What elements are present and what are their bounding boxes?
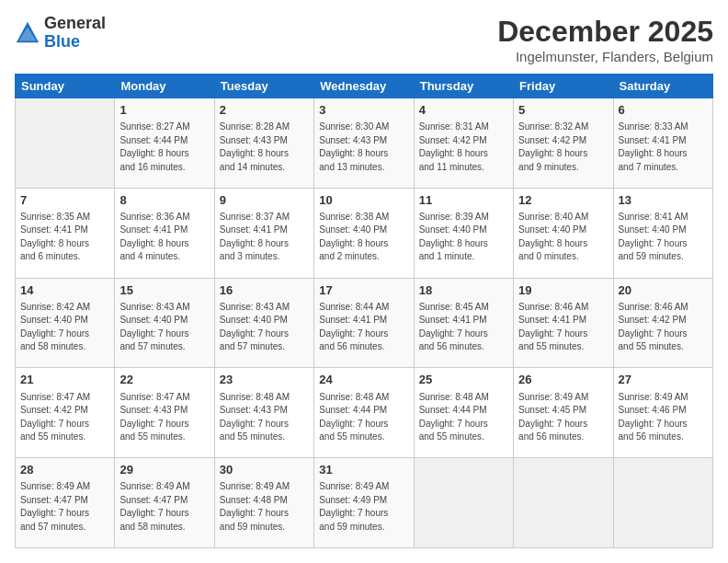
logo-icon [15, 20, 40, 46]
day-info: Sunrise: 8:49 AMSunset: 4:47 PMDaylight:… [119, 480, 209, 534]
day-info: Sunrise: 8:33 AMSunset: 4:41 PMDaylight:… [619, 121, 708, 174]
day-info: Sunrise: 8:36 AMSunset: 4:41 PMDaylight:… [119, 211, 209, 264]
day-info: Sunrise: 8:27 AMSunset: 4:44 PMDaylight:… [119, 121, 209, 174]
calendar-cell: 14Sunrise: 8:42 AMSunset: 4:40 PMDayligh… [16, 278, 115, 368]
day-number: 24 [319, 372, 408, 388]
day-info: Sunrise: 8:41 AMSunset: 4:40 PMDaylight:… [619, 211, 708, 264]
calendar-table: SundayMondayTuesdayWednesdayThursdayFrid… [15, 74, 713, 548]
day-info: Sunrise: 8:30 AMSunset: 4:43 PMDaylight:… [319, 121, 408, 174]
calendar-header: SundayMondayTuesdayWednesdayThursdayFrid… [16, 75, 713, 98]
weekday-header-row: SundayMondayTuesdayWednesdayThursdayFrid… [16, 75, 713, 98]
calendar-cell: 13Sunrise: 8:41 AMSunset: 4:40 PMDayligh… [613, 188, 712, 278]
weekday-header-sunday: Sunday [16, 75, 115, 98]
calendar-cell: 27Sunrise: 8:49 AMSunset: 4:46 PMDayligh… [613, 368, 712, 458]
day-number: 19 [518, 282, 608, 299]
calendar-cell: 15Sunrise: 8:43 AMSunset: 4:40 PMDayligh… [115, 278, 214, 368]
day-info: Sunrise: 8:32 AMSunset: 4:42 PMDaylight:… [518, 121, 608, 174]
calendar-cell: 12Sunrise: 8:40 AMSunset: 4:40 PMDayligh… [514, 188, 613, 278]
calendar-cell: 21Sunrise: 8:47 AMSunset: 4:42 PMDayligh… [16, 368, 115, 458]
day-number: 29 [119, 462, 209, 478]
day-info: Sunrise: 8:49 AMSunset: 4:47 PMDaylight:… [20, 480, 109, 534]
calendar-cell: 7Sunrise: 8:35 AMSunset: 4:41 PMDaylight… [16, 188, 115, 278]
day-info: Sunrise: 8:39 AMSunset: 4:40 PMDaylight:… [419, 211, 508, 264]
calendar-cell: 26Sunrise: 8:49 AMSunset: 4:45 PMDayligh… [514, 368, 613, 458]
day-info: Sunrise: 8:35 AMSunset: 4:41 PMDaylight:… [20, 211, 109, 264]
calendar-cell [16, 98, 115, 189]
day-info: Sunrise: 8:38 AMSunset: 4:40 PMDaylight:… [319, 211, 408, 264]
day-info: Sunrise: 8:45 AMSunset: 4:41 PMDaylight:… [419, 301, 508, 354]
calendar-cell: 28Sunrise: 8:49 AMSunset: 4:47 PMDayligh… [16, 458, 115, 548]
day-info: Sunrise: 8:44 AMSunset: 4:41 PMDaylight:… [319, 301, 408, 354]
calendar-cell [414, 458, 513, 548]
day-info: Sunrise: 8:31 AMSunset: 4:42 PMDaylight:… [419, 121, 508, 174]
logo-text-block: General Blue [44, 15, 106, 52]
calendar-cell: 22Sunrise: 8:47 AMSunset: 4:43 PMDayligh… [115, 368, 214, 458]
day-info: Sunrise: 8:40 AMSunset: 4:40 PMDaylight:… [518, 211, 608, 264]
calendar-cell: 4Sunrise: 8:31 AMSunset: 4:42 PMDaylight… [414, 98, 513, 189]
day-info: Sunrise: 8:49 AMSunset: 4:45 PMDaylight:… [518, 391, 608, 444]
calendar-cell: 29Sunrise: 8:49 AMSunset: 4:47 PMDayligh… [115, 458, 214, 548]
day-number: 4 [419, 102, 508, 119]
calendar-cell: 1Sunrise: 8:27 AMSunset: 4:44 PMDaylight… [115, 98, 214, 189]
weekday-header-friday: Friday [514, 75, 613, 98]
calendar-body: 1Sunrise: 8:27 AMSunset: 4:44 PMDaylight… [16, 98, 713, 548]
logo-blue: Blue [44, 33, 106, 52]
page: General Blue December 2025 Ingelmunster,… [0, 0, 728, 563]
day-info: Sunrise: 8:42 AMSunset: 4:40 PMDaylight:… [20, 301, 109, 354]
calendar-cell: 17Sunrise: 8:44 AMSunset: 4:41 PMDayligh… [314, 278, 414, 368]
day-number: 15 [119, 282, 209, 299]
day-number: 11 [419, 192, 508, 209]
weekday-header-wednesday: Wednesday [314, 75, 414, 98]
day-number: 1 [119, 102, 209, 119]
calendar-cell: 6Sunrise: 8:33 AMSunset: 4:41 PMDaylight… [613, 98, 712, 189]
day-number: 23 [220, 372, 309, 388]
day-info: Sunrise: 8:49 AMSunset: 4:49 PMDaylight:… [319, 480, 408, 534]
day-number: 12 [518, 192, 608, 209]
calendar-cell: 5Sunrise: 8:32 AMSunset: 4:42 PMDaylight… [514, 98, 613, 189]
day-number: 25 [419, 372, 508, 388]
day-number: 31 [319, 462, 408, 478]
day-number: 21 [20, 372, 109, 388]
day-number: 9 [220, 192, 309, 209]
day-info: Sunrise: 8:49 AMSunset: 4:46 PMDaylight:… [619, 391, 708, 444]
calendar-week-row: 28Sunrise: 8:49 AMSunset: 4:47 PMDayligh… [16, 458, 713, 548]
calendar-cell: 8Sunrise: 8:36 AMSunset: 4:41 PMDaylight… [115, 188, 214, 278]
day-number: 27 [619, 372, 708, 388]
day-info: Sunrise: 8:43 AMSunset: 4:40 PMDaylight:… [220, 301, 309, 354]
header: General Blue December 2025 Ingelmunster,… [15, 15, 713, 64]
calendar-cell [613, 458, 712, 548]
calendar-cell: 9Sunrise: 8:37 AMSunset: 4:41 PMDaylight… [214, 188, 313, 278]
location-title: Ingelmunster, Flanders, Belgium [497, 49, 713, 64]
calendar-cell: 10Sunrise: 8:38 AMSunset: 4:40 PMDayligh… [314, 188, 414, 278]
day-number: 13 [619, 192, 708, 209]
day-number: 2 [220, 102, 309, 119]
day-number: 8 [119, 192, 209, 209]
day-number: 30 [220, 462, 309, 478]
day-info: Sunrise: 8:46 AMSunset: 4:42 PMDaylight:… [619, 301, 708, 354]
calendar-week-row: 21Sunrise: 8:47 AMSunset: 4:42 PMDayligh… [16, 368, 713, 458]
logo: General Blue [15, 15, 106, 52]
calendar-cell: 3Sunrise: 8:30 AMSunset: 4:43 PMDaylight… [314, 98, 414, 189]
calendar-cell: 31Sunrise: 8:49 AMSunset: 4:49 PMDayligh… [314, 458, 414, 548]
calendar-cell: 23Sunrise: 8:48 AMSunset: 4:43 PMDayligh… [214, 368, 313, 458]
day-info: Sunrise: 8:47 AMSunset: 4:43 PMDaylight:… [119, 391, 209, 444]
title-block: December 2025 Ingelmunster, Flanders, Be… [497, 15, 713, 64]
day-number: 20 [619, 282, 708, 299]
day-info: Sunrise: 8:48 AMSunset: 4:44 PMDaylight:… [419, 391, 508, 444]
day-number: 14 [20, 282, 109, 299]
calendar-cell: 16Sunrise: 8:43 AMSunset: 4:40 PMDayligh… [214, 278, 313, 368]
day-number: 7 [20, 192, 109, 209]
weekday-header-thursday: Thursday [414, 75, 513, 98]
day-number: 17 [319, 282, 408, 299]
day-number: 18 [419, 282, 508, 299]
day-info: Sunrise: 8:47 AMSunset: 4:42 PMDaylight:… [20, 391, 109, 444]
day-number: 3 [319, 102, 408, 119]
day-info: Sunrise: 8:49 AMSunset: 4:48 PMDaylight:… [220, 480, 309, 534]
calendar-week-row: 14Sunrise: 8:42 AMSunset: 4:40 PMDayligh… [16, 278, 713, 368]
weekday-header-monday: Monday [115, 75, 214, 98]
calendar-week-row: 1Sunrise: 8:27 AMSunset: 4:44 PMDaylight… [16, 98, 713, 189]
day-info: Sunrise: 8:43 AMSunset: 4:40 PMDaylight:… [119, 301, 209, 354]
day-number: 10 [319, 192, 408, 209]
calendar-cell: 2Sunrise: 8:28 AMSunset: 4:43 PMDaylight… [214, 98, 313, 189]
calendar-cell: 20Sunrise: 8:46 AMSunset: 4:42 PMDayligh… [613, 278, 712, 368]
